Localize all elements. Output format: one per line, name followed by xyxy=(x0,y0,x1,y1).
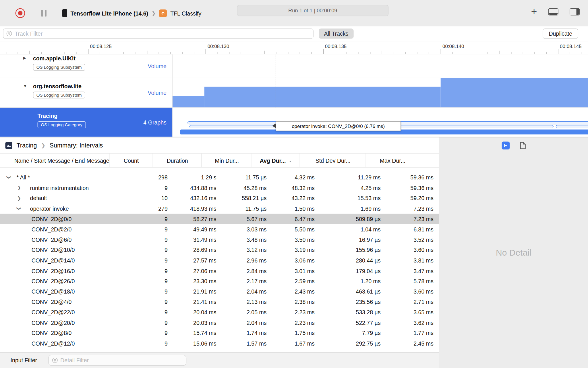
track-meta[interactable]: Volume xyxy=(148,90,167,96)
track-meta[interactable]: 4 Graphs xyxy=(143,119,167,125)
filter-icon xyxy=(52,357,58,363)
tracing-graph[interactable]: operator invoke: CONV_2D@0/0 (6.76 ms) xyxy=(173,108,588,137)
device-target-selector[interactable]: Tensorflow Lite iPhone (14.6) ❯ TFL Clas… xyxy=(62,7,202,20)
table-row[interactable]: CONV_2D@18/0921.91 ms2.04 ms2.43 ms463.6… xyxy=(0,286,439,297)
add-instrument-icon[interactable]: + xyxy=(531,7,537,17)
duplicate-button[interactable]: Duplicate xyxy=(543,28,578,39)
table-row[interactable]: CONV_2D@10/0928.69 ms3.12 ms3.19 ms155.9… xyxy=(0,245,439,255)
row-name: ❯operator invoke xyxy=(0,206,129,212)
row-name-label: CONV_2D@2/0 xyxy=(32,226,72,233)
row-max: 3.65 ms xyxy=(386,309,439,315)
row-avg: 3.50 ms xyxy=(272,237,320,243)
track-plot-uikit[interactable] xyxy=(173,54,588,78)
row-count: 9 xyxy=(129,257,173,264)
ruler-tick xyxy=(182,52,182,54)
right-pane-toggle-icon[interactable] xyxy=(570,8,580,16)
column-header-max[interactable]: Max Dur... xyxy=(366,154,419,167)
row-avg: 1.75 ms xyxy=(272,330,320,336)
pause-button[interactable] xyxy=(41,10,48,16)
column-header-duration[interactable]: Duration xyxy=(153,154,202,167)
row-name: CONV_2D@26/0 xyxy=(0,278,129,284)
row-duration: 21.91 ms xyxy=(173,288,222,295)
ruler-tick xyxy=(53,52,53,54)
chevron-right-icon: ❯ xyxy=(41,142,45,148)
table-row[interactable]: CONV_2D@6/0931.49 ms3.48 ms3.50 ms16.97 … xyxy=(0,235,439,245)
volume-graph-segment xyxy=(440,78,588,108)
table-row[interactable]: CONV_2D@16/0927.06 ms2.84 ms3.01 ms179.0… xyxy=(0,266,439,276)
column-header-count[interactable]: Count xyxy=(110,154,153,167)
table-row[interactable]: CONV_2D@0/0958.27 ms5.67 ms6.47 ms509.89… xyxy=(0,214,439,224)
table-row[interactable]: CONV_2D@8/0915.74 ms1.74 ms1.75 ms7.79 µ… xyxy=(0,328,439,338)
record-button[interactable] xyxy=(16,8,25,18)
expand-icon[interactable]: ❯ xyxy=(17,185,21,190)
track-label[interactable]: ▶ com.apple.UIKit OS Logging Subsystem V… xyxy=(0,54,173,78)
table-row[interactable]: CONV_2D@2/0949.49 ms3.03 ms5.50 ms1.04 m… xyxy=(0,224,439,235)
collapse-icon[interactable]: ❯ xyxy=(17,206,22,210)
ruler-tick xyxy=(147,51,147,54)
row-name: CONV_2D@22/0 xyxy=(0,309,129,315)
row-std: 533.28 µs xyxy=(320,309,386,315)
track-label-selected[interactable]: Tracing OS Logging Category 4 Graphs xyxy=(0,108,173,137)
bottom-pane-toggle-icon[interactable] xyxy=(548,8,558,16)
track-row-tensorflow[interactable]: ▼ org.tensorflow.lite OS Logging Subsyst… xyxy=(0,78,588,108)
row-min: 11.75 µs xyxy=(222,206,272,212)
column-header-stddev[interactable]: Std Dev Dur... xyxy=(300,154,366,167)
ruler-tick xyxy=(417,52,417,54)
playhead-line[interactable] xyxy=(276,54,276,108)
table-row[interactable]: ❯operator invoke279418.93 ms11.75 µs1.50… xyxy=(0,204,439,214)
track-row-uikit[interactable]: ▶ com.apple.UIKit OS Logging Subsystem V… xyxy=(0,54,588,78)
all-tracks-button[interactable]: All Tracks xyxy=(319,28,353,39)
table-row[interactable]: ❯default10432.16 ms558.21 µs43.22 ms15.5… xyxy=(0,193,439,204)
row-min: 3.48 ms xyxy=(222,237,272,243)
column-header-avg[interactable]: Avg Dur...⌄ xyxy=(252,154,300,167)
column-header-name[interactable]: Name / Start Message / End Message xyxy=(0,154,110,167)
duplicate-label: Duplicate xyxy=(549,30,572,37)
row-max: 3.81 ms xyxy=(386,257,439,264)
row-avg: 2.23 ms xyxy=(272,319,320,326)
timeline-ruler[interactable]: 00:08.12500:08.13000:08.13500:08.14000:0… xyxy=(0,41,588,55)
row-count: 9 xyxy=(129,268,173,274)
row-count: 10 xyxy=(129,195,173,202)
collapse-icon[interactable]: ❯ xyxy=(6,175,11,179)
track-label[interactable]: ▼ org.tensorflow.lite OS Logging Subsyst… xyxy=(0,78,173,108)
run-status[interactable]: Run 1 of 1 | 00:00:09 xyxy=(237,5,388,16)
ruler-tick xyxy=(206,49,206,54)
row-name-label: runtime instrumentation xyxy=(30,185,89,191)
breadcrumb-page[interactable]: Summary: Intervals xyxy=(50,142,103,149)
breadcrumb-instrument[interactable]: Tracing xyxy=(16,142,37,149)
track-meta[interactable]: Volume xyxy=(148,63,167,69)
detail-filter-input[interactable]: Detail Filter xyxy=(48,355,186,366)
table-row[interactable]: ❯* All *2981.29 s11.75 µs4.32 ms11.29 ms… xyxy=(0,172,439,183)
column-header-min[interactable]: Min Dur... xyxy=(202,154,252,167)
ruler-tick xyxy=(440,49,441,54)
volume-graph[interactable] xyxy=(173,78,588,108)
table-row[interactable]: CONV_2D@22/0920.04 ms2.05 ms2.23 ms533.2… xyxy=(0,307,439,317)
table-row[interactable]: CONV_2D@4/0921.41 ms2.13 ms2.38 ms235.56… xyxy=(0,297,439,307)
iphone-icon xyxy=(62,9,67,17)
row-std: 509.89 µs xyxy=(320,216,386,222)
device-name[interactable]: Tensorflow Lite iPhone (14.6) xyxy=(71,10,148,16)
table-row[interactable]: CONV_2D@12/0915.06 ms1.57 ms1.67 ms292.7… xyxy=(0,338,439,348)
ruler-tick xyxy=(123,52,124,54)
ruler-tick-label: 00:08.145 xyxy=(560,44,582,49)
ruler-tick xyxy=(511,52,511,54)
target-name[interactable]: TFL Classify xyxy=(170,10,201,16)
track-filter-input[interactable]: Track Filter xyxy=(3,28,313,39)
track-row-tracing[interactable]: Tracing OS Logging Category 4 Graphs ope… xyxy=(0,108,588,137)
row-std: 1.04 ms xyxy=(320,226,386,233)
disclosure-expanded-icon[interactable]: ▼ xyxy=(23,84,27,88)
ruler-tick xyxy=(546,52,547,54)
ruler-tick xyxy=(6,52,6,54)
table-row[interactable]: CONV_2D@20/0920.03 ms2.04 ms2.23 ms522.7… xyxy=(0,317,439,328)
table-row[interactable]: CONV_2D@26/0923.30 ms2.17 ms2.59 ms1.20 … xyxy=(0,276,439,286)
row-min: 2.84 ms xyxy=(222,268,272,274)
disclosure-collapsed-icon[interactable]: ▶ xyxy=(23,56,26,60)
expand-icon[interactable]: ❯ xyxy=(17,195,21,201)
table-header: Name / Start Message / End Message Count… xyxy=(0,154,439,167)
table-row[interactable]: ❯runtime instrumentation9434.88 ms45.28 … xyxy=(0,183,439,193)
table-row[interactable]: CONV_2D@14/0927.57 ms2.96 ms3.06 ms280.4… xyxy=(0,255,439,266)
detail-filter-bar: Input Filter Detail Filter xyxy=(0,352,439,368)
track-title: org.tensorflow.lite xyxy=(33,83,167,89)
row-std: 4.25 ms xyxy=(320,185,386,191)
row-max: 5.78 ms xyxy=(386,278,439,284)
